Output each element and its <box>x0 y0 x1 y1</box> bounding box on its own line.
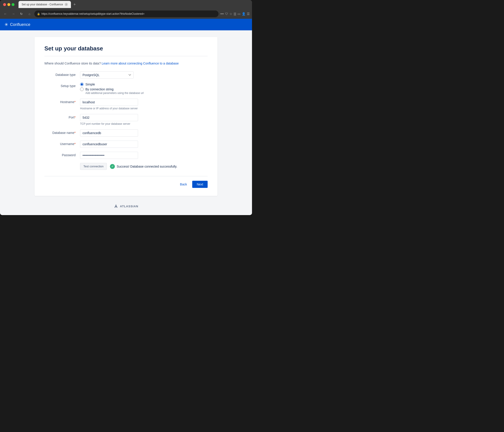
hostname-row: Hostname* Hostname or IP address of your… <box>44 99 208 110</box>
new-tab-button[interactable]: + <box>72 2 77 7</box>
test-connection-button[interactable]: Test connection <box>80 163 107 170</box>
success-icon: ✓ <box>110 164 115 169</box>
bottom-divider <box>44 176 208 176</box>
browser-tab-area: Set up your database - Confluence × + <box>18 1 249 8</box>
toolbar-actions: ••• 🛡 ☆ ||| ▭ 👤 ☰ <box>220 12 250 16</box>
overflow-menu-button[interactable]: ••• <box>220 12 224 16</box>
setup-type-radio-group: Simple By connection string Add addition… <box>80 83 208 95</box>
connection-string-radio-label[interactable]: By connection string <box>85 87 114 91</box>
username-required-marker: * <box>74 142 76 146</box>
simple-radio-label[interactable]: Simple <box>85 83 95 86</box>
connection-string-radio-item: By connection string <box>80 87 208 91</box>
traffic-lights <box>3 3 15 6</box>
minimize-window-button[interactable] <box>7 3 10 6</box>
database-type-row: Database type PostgreSQL MySQL Oracle Mi… <box>44 71 208 79</box>
test-connection-row: Test connection ✓ Success! Database conn… <box>44 163 208 170</box>
address-bar[interactable]: 🔒 https://confluence.heyvaldemar.net/set… <box>34 10 218 17</box>
database-type-label: Database type <box>44 71 80 76</box>
dbname-input[interactable] <box>80 129 138 137</box>
success-text: Success! Database connected successfully… <box>117 165 177 168</box>
browser-toolbar: ← → ↻ ⌂ 🔒 https://confluence.heyvaldemar… <box>0 9 252 19</box>
setup-type-label: Setup type <box>44 83 80 88</box>
database-type-field: PostgreSQL MySQL Oracle Microsoft SQL Se… <box>80 71 208 79</box>
hostname-label: Hostname* <box>44 99 80 104</box>
port-hint: TCP port number for your database server <box>80 122 208 125</box>
connection-string-radio-container: By connection string Add additional para… <box>80 87 208 95</box>
learn-more-link[interactable]: Learn more about connecting Confluence t… <box>102 62 179 65</box>
hostname-field: Hostname or IP address of your database … <box>80 99 208 110</box>
confluence-logo: ✳ Confluence <box>4 22 30 27</box>
username-field <box>80 141 208 148</box>
pocket-icon[interactable]: 🛡 <box>225 12 228 16</box>
sidebar-icon[interactable]: ▭ <box>237 12 240 16</box>
port-label: Port* <box>44 114 80 119</box>
test-connection-field: Test connection ✓ Success! Database conn… <box>80 163 208 170</box>
connection-string-radio-input[interactable] <box>80 87 84 91</box>
simple-radio-item: Simple <box>80 83 208 86</box>
password-input[interactable] <box>80 152 138 159</box>
next-button[interactable]: Next <box>192 181 208 188</box>
page-title: Set up your database <box>44 45 208 52</box>
back-button[interactable]: Back <box>177 181 189 188</box>
password-label: Password <box>44 152 80 157</box>
bookmark-icon[interactable]: ☆ <box>229 12 232 16</box>
tab-title: Set up your database - Confluence <box>22 3 63 6</box>
port-input[interactable] <box>80 114 138 121</box>
info-text: Where should Confluence store its data? … <box>44 62 208 65</box>
browser-frame: Set up your database - Confluence × + ← … <box>0 0 252 215</box>
library-icon[interactable]: ||| <box>234 12 236 16</box>
database-type-select[interactable]: PostgreSQL MySQL Oracle Microsoft SQL Se… <box>80 71 134 79</box>
lock-icon: 🔒 <box>37 12 40 15</box>
dbname-required-marker: * <box>74 131 76 135</box>
browser-tab[interactable]: Set up your database - Confluence × <box>18 1 71 8</box>
simple-radio-input[interactable] <box>80 83 84 86</box>
atlassian-footer: ATLASSIAN <box>114 204 138 208</box>
maximize-window-button[interactable] <box>12 3 15 6</box>
hostname-required-marker: * <box>74 100 76 104</box>
url-text: https://confluence.heyvaldemar.net/setup… <box>42 12 144 15</box>
atlassian-logo-text: ATLASSIAN <box>120 205 138 208</box>
port-row: Port* TCP port number for your database … <box>44 114 208 125</box>
hostname-hint: Hostname or IP address of your database … <box>80 107 208 110</box>
success-message: ✓ Success! Database connected successful… <box>110 164 177 169</box>
setup-card: Set up your database Where should Conflu… <box>35 37 217 196</box>
password-row: Password <box>44 152 208 159</box>
home-nav-button[interactable]: ⌂ <box>26 11 33 17</box>
username-input[interactable] <box>80 141 138 148</box>
refresh-nav-button[interactable]: ↻ <box>18 11 25 17</box>
main-content: Set up your database Where should Conflu… <box>0 30 252 215</box>
atlassian-logo-icon <box>114 204 118 208</box>
connection-string-hint: Add additional parameters using the data… <box>85 92 208 95</box>
account-icon[interactable]: 👤 <box>242 12 245 16</box>
confluence-logo-text: Confluence <box>10 22 30 27</box>
confluence-header: ✳ Confluence <box>0 19 252 30</box>
port-field: TCP port number for your database server <box>80 114 208 125</box>
form-actions: Back Next <box>44 181 208 188</box>
close-window-button[interactable] <box>3 3 6 6</box>
menu-icon[interactable]: ☰ <box>247 12 250 16</box>
dbname-label: Database name* <box>44 129 80 135</box>
test-connection-label-spacer <box>44 163 80 165</box>
browser-titlebar: Set up your database - Confluence × + <box>0 0 252 9</box>
port-required-marker: * <box>74 116 76 119</box>
back-nav-button[interactable]: ← <box>2 11 9 17</box>
username-row: Username* <box>44 141 208 148</box>
hostname-input[interactable] <box>80 99 138 106</box>
test-connection-content: Test connection ✓ Success! Database conn… <box>80 163 208 170</box>
password-field <box>80 152 208 159</box>
dbname-field <box>80 129 208 137</box>
confluence-logo-icon: ✳ <box>4 22 8 27</box>
username-label: Username* <box>44 141 80 146</box>
tab-close-button[interactable]: × <box>65 3 68 6</box>
setup-type-row: Setup type Simple By connection string <box>44 83 208 95</box>
forward-nav-button[interactable]: → <box>10 11 17 17</box>
dbname-row: Database name* <box>44 129 208 137</box>
setup-type-field: Simple By connection string Add addition… <box>80 83 208 95</box>
title-divider <box>44 56 208 56</box>
